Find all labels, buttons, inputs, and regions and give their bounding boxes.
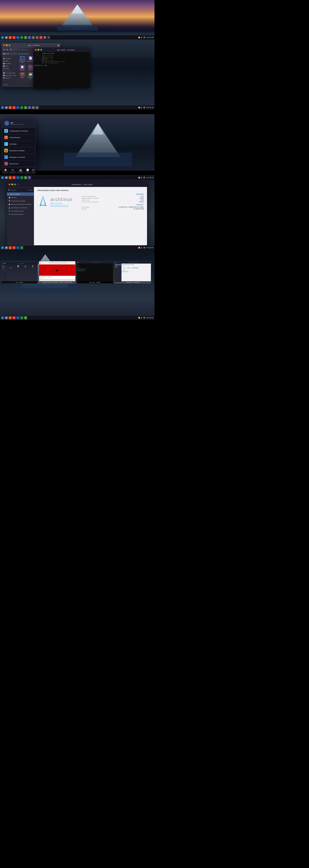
- taskbar5-p[interactable]: P: [16, 316, 20, 319]
- taskbar4-dolphin[interactable]: 📁: [5, 246, 8, 249]
- footer-logout[interactable]: ⏻ Sair: [32, 168, 34, 173]
- taskbar3-dolphin[interactable]: 📁: [5, 176, 8, 179]
- kinfo-search[interactable]: 🔍 Pesquisar: [8, 189, 16, 191]
- taskbar4-ff[interactable]: 🦊: [8, 246, 12, 249]
- taskbar-extra3[interactable]: 📦: [43, 36, 46, 39]
- footer-favorites[interactable]: ⭐ Favoritos: [3, 168, 8, 173]
- taskbar2-dolphin[interactable]: 📁: [5, 106, 8, 109]
- taskbar5-s[interactable]: S: [20, 316, 23, 319]
- fm-item-desktop[interactable]: 🖥 Área de Trabalho: [19, 56, 26, 64]
- nav-graficas[interactable]: 🖥 Informações gráficas: [7, 213, 34, 216]
- term-close-btn[interactable]: [35, 49, 37, 51]
- max-btn[interactable]: [8, 44, 10, 46]
- taskbar2-extra1[interactable]: ▶: [32, 106, 35, 109]
- taskbar2-py[interactable]: 🐍: [24, 106, 27, 109]
- taskbar3-p[interactable]: P: [16, 176, 20, 179]
- fm-item-videos[interactable]: 🎬 Vídeos: [19, 72, 26, 80]
- taskbar2-ff[interactable]: 🦊: [8, 106, 12, 109]
- taskbar-firefox[interactable]: 🦊: [8, 36, 12, 39]
- min-btn[interactable]: [6, 44, 8, 46]
- launcher-browser[interactable]: 🌐 Navegador de Internet: [2, 154, 35, 160]
- sidebar-periodico[interactable]: 📅Periódico: [2, 62, 18, 65]
- kde-menu-2[interactable]: K: [1, 106, 4, 109]
- taskbar-extra1[interactable]: ▶: [32, 36, 35, 39]
- fm-list-btn[interactable]: ≡: [13, 49, 16, 51]
- terminal-body[interactable]: /\ / \ /`'.,\ / ', / ,`\ / ,.'`. \ /.,'`…: [33, 52, 90, 88]
- kde-menu-3[interactable]: K: [1, 176, 4, 179]
- arch-website[interactable]: https://www.archlinux.org: [51, 205, 73, 206]
- sidebar-home[interactable]: 🏠Home: [2, 53, 18, 55]
- taskbar3-ff[interactable]: 🦊: [8, 176, 12, 179]
- taskbar5-py[interactable]: 🐍: [24, 316, 27, 319]
- taskbar-wps[interactable]: W: [12, 36, 16, 39]
- footer-apps[interactable]: ⊞ Aplicativos: [10, 168, 16, 173]
- taskbar3-w[interactable]: W: [12, 176, 16, 179]
- taskbar3-s[interactable]: S: [20, 176, 23, 179]
- kinfocenter-window[interactable]: ℹ KInfocenter — Info Center 🔍 Pesquisar …: [7, 182, 147, 245]
- taskbar2-extra2[interactable]: ⚙: [35, 106, 39, 109]
- terminal-window[interactable]: gio : bash — Konsole /\ / \ /`'.,\ / ', …: [33, 48, 90, 88]
- thumb-terminal[interactable]: gio : bash — Konsole /\ / \ / `. \ / ` \…: [77, 261, 113, 284]
- taskbar4-s[interactable]: S: [20, 246, 23, 249]
- footer-history[interactable]: 🕐 Histórico: [26, 168, 30, 173]
- taskbar4-p[interactable]: P: [16, 246, 20, 249]
- sidebar-rede[interactable]: 🌐Rede: [2, 60, 18, 62]
- nav-memoria[interactable]: 💾 Memória: [7, 196, 34, 199]
- fm-item-modelos[interactable]: 📋 Modelos: [19, 64, 26, 71]
- taskbar-gimp[interactable]: G: [28, 36, 31, 39]
- kinfo-max[interactable]: [14, 184, 16, 185]
- taskbar5-w[interactable]: W: [12, 316, 16, 319]
- taskbar4-w[interactable]: W: [12, 246, 16, 249]
- taskbar-python[interactable]: 🐍: [24, 36, 27, 39]
- sidebar-disk2[interactable]: 💿Disco rígido 17,2 GB: [2, 74, 18, 76]
- fm-cols-btn[interactable]: ⋮: [17, 49, 20, 51]
- thumb-youtube[interactable]: System Of A Down - Hypnotize - YouTube -…: [39, 261, 76, 284]
- nav-rede[interactable]: 🌐 Informações da rede: [7, 209, 34, 213]
- d-grid: 🖥Desktop 📄Docs 📥DL 📦DB: [7, 265, 37, 281]
- footer-computer[interactable]: 💻 Computad.: [18, 168, 23, 173]
- kde-menu-5[interactable]: K: [1, 316, 4, 319]
- nav-dispositivo[interactable]: 💻 Informações do dispositivo: [7, 206, 34, 209]
- taskbar2-ps[interactable]: P: [16, 106, 20, 109]
- taskbar3-g[interactable]: G: [28, 176, 31, 179]
- launcher-vlc[interactable]: 🎬 Reprodutor de Mídias: [2, 147, 35, 154]
- kinfo-help[interactable]: ❓ Ajuda: [27, 189, 32, 191]
- kinfo-min[interactable]: [11, 184, 13, 185]
- nav-energia[interactable]: 🔋 Informações de energia: [7, 199, 34, 203]
- taskbar-ps[interactable]: PS: [16, 36, 20, 39]
- nav-indexacao[interactable]: 📂 Monitor de Indexação de Arquivos: [7, 203, 34, 206]
- kinfo-close[interactable]: [8, 184, 10, 185]
- fm-forward-btn[interactable]: ▶: [6, 49, 8, 51]
- taskbar2-w[interactable]: W: [12, 106, 16, 109]
- launcher-web[interactable]: 🌐 Web browser: [2, 160, 35, 167]
- thumb-kinfo[interactable]: KInfocenter — Info Center ℹ Sobre 💾 Mem …: [114, 261, 151, 284]
- sidebar-arquivo[interactable]: 📦Arquivo: [2, 76, 18, 79]
- launcher-vm[interactable]: 📦 Virtual Machine: [2, 134, 35, 141]
- sidebar-disk1[interactable]: 💿Disco rígido 4,5 GB: [2, 72, 18, 74]
- launcher-text-editor[interactable]: ✏ Text Editor: [2, 141, 35, 147]
- taskbar-dolphin[interactable]: 📁: [5, 36, 8, 39]
- sidebar-favoritos[interactable]: ⭐Favoritos: [2, 57, 18, 60]
- kde-menu-4[interactable]: K: [1, 246, 4, 249]
- taskbar-extra4[interactable]: 🔧: [47, 36, 50, 39]
- launcher-system-settings[interactable]: ⚙ Configurações do Sistema: [2, 128, 35, 134]
- taskbar5-ff[interactable]: 🦊: [8, 316, 12, 319]
- taskbar2-s[interactable]: S: [20, 106, 23, 109]
- term-max-btn[interactable]: [40, 49, 42, 51]
- taskbar5-dolphin[interactable]: 📁: [5, 316, 8, 319]
- taskbar-extra2[interactable]: ⚙: [35, 36, 39, 39]
- fm-icons-btn[interactable]: ▦: [9, 49, 12, 51]
- kde-menu-icon[interactable]: K: [1, 36, 4, 39]
- term-min-btn[interactable]: [37, 49, 39, 51]
- close-btn[interactable]: [3, 44, 5, 46]
- sidebar-root[interactable]: 💾Root: [2, 65, 18, 67]
- taskbar-text[interactable]: S: [20, 36, 23, 39]
- nav-sobre-sistema[interactable]: ℹ Sobre o Sistema: [7, 192, 34, 196]
- thumb-dolphin[interactable]: gio — Dolphin 🏠 ⭐ 🌐 🖥Desktop 📄Docs 📥DL 📦…: [1, 261, 38, 284]
- taskbar3-py[interactable]: 🐍: [24, 176, 27, 179]
- taskbar-chrome[interactable]: C: [39, 36, 43, 39]
- taskbar2-g[interactable]: G: [28, 106, 31, 109]
- kde-launcher[interactable]: 👤 gio archlinux [Arch Linux] ⚙ Configura…: [2, 119, 36, 174]
- sidebar-lixeira[interactable]: 🗑Lixeira: [2, 67, 18, 69]
- fm-back-btn[interactable]: ◀: [3, 49, 5, 51]
